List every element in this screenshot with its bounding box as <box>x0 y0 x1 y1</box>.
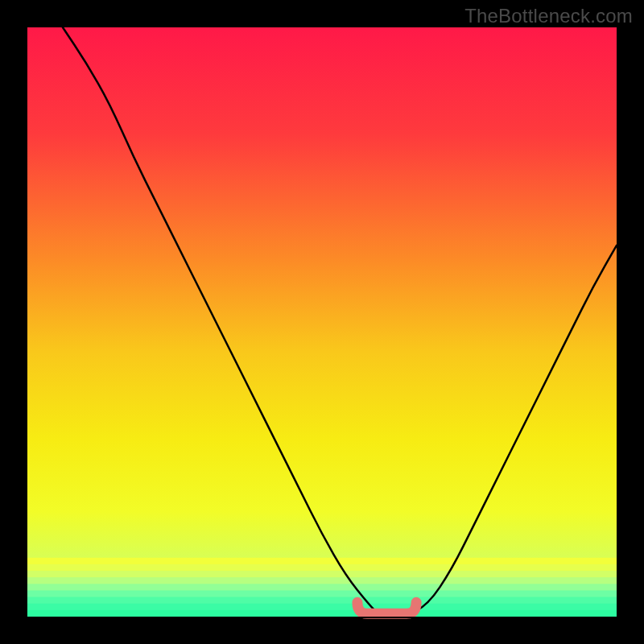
bottom-bands <box>27 558 617 617</box>
svg-rect-6 <box>27 597 617 605</box>
svg-rect-3 <box>27 577 617 584</box>
chart-svg <box>0 0 644 644</box>
chart-frame: { "watermark": "TheBottleneck.com", "col… <box>0 0 644 644</box>
svg-rect-5 <box>27 590 617 597</box>
svg-rect-2 <box>27 571 617 578</box>
svg-rect-1 <box>27 564 617 572</box>
chart-svg-container <box>0 0 644 644</box>
svg-rect-7 <box>27 604 617 611</box>
svg-rect-0 <box>27 558 617 565</box>
svg-rect-4 <box>27 584 617 591</box>
svg-rect-8 <box>27 610 617 617</box>
